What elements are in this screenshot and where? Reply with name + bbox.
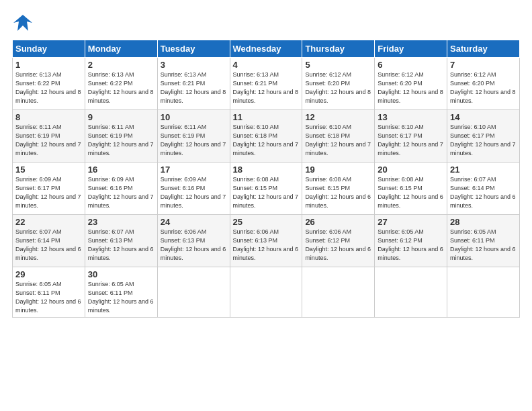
day-number: 17	[161, 165, 227, 175]
day-number: 18	[233, 165, 300, 175]
calendar-cell: 20 Sunrise: 6:08 AMSunset: 6:15 PMDaylig…	[375, 162, 447, 214]
day-number: 1	[15, 60, 82, 70]
weekday-header-sunday: Sunday	[13, 40, 85, 57]
day-info: Sunrise: 6:05 AMSunset: 6:11 PMDaylight:…	[450, 228, 516, 261]
day-number: 23	[88, 217, 154, 227]
day-number: 20	[378, 165, 444, 175]
calendar-cell: 29 Sunrise: 6:05 AMSunset: 6:11 PMDaylig…	[13, 267, 85, 317]
calendar-week-row: 22 Sunrise: 6:07 AMSunset: 6:14 PMDaylig…	[13, 214, 520, 267]
calendar-cell: 5 Sunrise: 6:12 AMSunset: 6:20 PMDayligh…	[302, 57, 375, 109]
calendar-cell: 25 Sunrise: 6:06 AMSunset: 6:13 PMDaylig…	[230, 214, 302, 267]
day-number: 7	[450, 60, 517, 70]
day-info: Sunrise: 6:08 AMSunset: 6:15 PMDaylight:…	[378, 176, 443, 209]
day-info: Sunrise: 6:10 AMSunset: 6:17 PMDaylight:…	[378, 124, 443, 156]
calendar-cell: 4 Sunrise: 6:13 AMSunset: 6:21 PMDayligh…	[230, 57, 302, 109]
calendar-cell: 19 Sunrise: 6:08 AMSunset: 6:15 PMDaylig…	[302, 162, 375, 214]
day-number: 25	[233, 217, 300, 227]
day-info: Sunrise: 6:12 AMSunset: 6:20 PMDaylight:…	[450, 71, 516, 104]
calendar-week-row: 1 Sunrise: 6:13 AMSunset: 6:22 PMDayligh…	[13, 57, 520, 109]
day-info: Sunrise: 6:11 AMSunset: 6:19 PMDaylight:…	[88, 124, 154, 156]
day-info: Sunrise: 6:12 AMSunset: 6:20 PMDaylight:…	[378, 71, 443, 104]
day-info: Sunrise: 6:06 AMSunset: 6:12 PMDaylight:…	[305, 228, 371, 261]
day-info: Sunrise: 6:07 AMSunset: 6:14 PMDaylight:…	[450, 176, 516, 209]
day-info: Sunrise: 6:13 AMSunset: 6:21 PMDaylight:…	[233, 71, 299, 104]
calendar-cell: 23 Sunrise: 6:07 AMSunset: 6:13 PMDaylig…	[85, 214, 157, 267]
svg-marker-0	[13, 15, 32, 31]
logo-bird-icon	[13, 13, 32, 32]
day-number: 9	[88, 112, 154, 122]
day-info: Sunrise: 6:13 AMSunset: 6:22 PMDaylight:…	[15, 71, 81, 104]
day-info: Sunrise: 6:10 AMSunset: 6:18 PMDaylight:…	[305, 124, 371, 156]
day-number: 29	[15, 269, 82, 279]
day-info: Sunrise: 6:08 AMSunset: 6:15 PMDaylight:…	[305, 176, 371, 209]
calendar-cell: 9 Sunrise: 6:11 AMSunset: 6:19 PMDayligh…	[85, 109, 157, 162]
calendar-cell	[230, 267, 302, 317]
calendar-cell	[157, 267, 230, 317]
calendar-cell: 24 Sunrise: 6:06 AMSunset: 6:13 PMDaylig…	[157, 214, 230, 267]
calendar-cell	[375, 267, 447, 317]
calendar-week-row: 8 Sunrise: 6:11 AMSunset: 6:19 PMDayligh…	[13, 109, 520, 162]
day-number: 26	[305, 217, 371, 227]
day-number: 19	[305, 165, 371, 175]
day-number: 21	[450, 165, 517, 175]
calendar-cell: 15 Sunrise: 6:09 AMSunset: 6:17 PMDaylig…	[13, 162, 85, 214]
day-info: Sunrise: 6:12 AMSunset: 6:20 PMDaylight:…	[305, 71, 371, 104]
day-info: Sunrise: 6:10 AMSunset: 6:17 PMDaylight:…	[450, 124, 516, 156]
day-info: Sunrise: 6:09 AMSunset: 6:16 PMDaylight:…	[88, 176, 154, 209]
day-number: 16	[88, 165, 154, 175]
day-number: 2	[88, 60, 154, 70]
calendar-cell	[302, 267, 375, 317]
calendar-cell: 7 Sunrise: 6:12 AMSunset: 6:20 PMDayligh…	[447, 57, 520, 109]
calendar-cell: 1 Sunrise: 6:13 AMSunset: 6:22 PMDayligh…	[13, 57, 85, 109]
day-info: Sunrise: 6:07 AMSunset: 6:13 PMDaylight:…	[88, 228, 154, 261]
calendar-cell: 22 Sunrise: 6:07 AMSunset: 6:14 PMDaylig…	[13, 214, 85, 267]
calendar-week-row: 15 Sunrise: 6:09 AMSunset: 6:17 PMDaylig…	[13, 162, 520, 214]
day-info: Sunrise: 6:05 AMSunset: 6:12 PMDaylight:…	[378, 228, 443, 261]
calendar-week-row: 29 Sunrise: 6:05 AMSunset: 6:11 PMDaylig…	[13, 267, 520, 317]
logo	[12, 15, 32, 36]
day-info: Sunrise: 6:08 AMSunset: 6:15 PMDaylight:…	[233, 176, 299, 209]
calendar-cell: 17 Sunrise: 6:09 AMSunset: 6:16 PMDaylig…	[157, 162, 230, 214]
day-info: Sunrise: 6:10 AMSunset: 6:18 PMDaylight:…	[233, 124, 299, 156]
calendar-cell: 14 Sunrise: 6:10 AMSunset: 6:17 PMDaylig…	[447, 109, 520, 162]
calendar-cell: 27 Sunrise: 6:05 AMSunset: 6:12 PMDaylig…	[375, 214, 447, 267]
day-info: Sunrise: 6:11 AMSunset: 6:19 PMDaylight:…	[15, 124, 81, 156]
calendar-cell: 21 Sunrise: 6:07 AMSunset: 6:14 PMDaylig…	[447, 162, 520, 214]
day-number: 14	[450, 112, 517, 122]
day-info: Sunrise: 6:09 AMSunset: 6:17 PMDaylight:…	[15, 176, 81, 209]
page: SundayMondayTuesdayWednesdayThursdayFrid…	[0, 0, 532, 411]
day-number: 10	[161, 112, 227, 122]
day-info: Sunrise: 6:05 AMSunset: 6:11 PMDaylight:…	[88, 281, 154, 314]
day-number: 15	[15, 165, 82, 175]
day-number: 8	[15, 112, 82, 122]
calendar-cell: 30 Sunrise: 6:05 AMSunset: 6:11 PMDaylig…	[85, 267, 157, 317]
day-number: 3	[161, 60, 227, 70]
weekday-header-row: SundayMondayTuesdayWednesdayThursdayFrid…	[13, 40, 520, 57]
day-number: 12	[305, 112, 371, 122]
day-number: 22	[15, 217, 82, 227]
day-info: Sunrise: 6:06 AMSunset: 6:13 PMDaylight:…	[233, 228, 299, 261]
day-info: Sunrise: 6:09 AMSunset: 6:16 PMDaylight:…	[161, 176, 226, 209]
calendar-cell: 10 Sunrise: 6:11 AMSunset: 6:19 PMDaylig…	[157, 109, 230, 162]
day-number: 24	[161, 217, 227, 227]
weekday-header-tuesday: Tuesday	[157, 40, 230, 57]
weekday-header-wednesday: Wednesday	[230, 40, 302, 57]
calendar-table: SundayMondayTuesdayWednesdayThursdayFrid…	[12, 40, 520, 318]
day-info: Sunrise: 6:07 AMSunset: 6:14 PMDaylight:…	[15, 228, 81, 261]
calendar-cell: 11 Sunrise: 6:10 AMSunset: 6:18 PMDaylig…	[230, 109, 302, 162]
calendar-cell: 3 Sunrise: 6:13 AMSunset: 6:21 PMDayligh…	[157, 57, 230, 109]
calendar-cell: 8 Sunrise: 6:11 AMSunset: 6:19 PMDayligh…	[13, 109, 85, 162]
day-number: 11	[233, 112, 300, 122]
day-number: 5	[305, 60, 371, 70]
calendar-cell	[447, 267, 520, 317]
calendar-cell: 13 Sunrise: 6:10 AMSunset: 6:17 PMDaylig…	[375, 109, 447, 162]
calendar-cell: 16 Sunrise: 6:09 AMSunset: 6:16 PMDaylig…	[85, 162, 157, 214]
calendar-cell: 2 Sunrise: 6:13 AMSunset: 6:22 PMDayligh…	[85, 57, 157, 109]
day-number: 27	[378, 217, 444, 227]
day-number: 28	[450, 217, 517, 227]
header	[12, 12, 520, 36]
calendar-cell: 6 Sunrise: 6:12 AMSunset: 6:20 PMDayligh…	[375, 57, 447, 109]
day-number: 4	[233, 60, 300, 70]
day-info: Sunrise: 6:11 AMSunset: 6:19 PMDaylight:…	[161, 124, 226, 156]
day-info: Sunrise: 6:06 AMSunset: 6:13 PMDaylight:…	[161, 228, 226, 261]
